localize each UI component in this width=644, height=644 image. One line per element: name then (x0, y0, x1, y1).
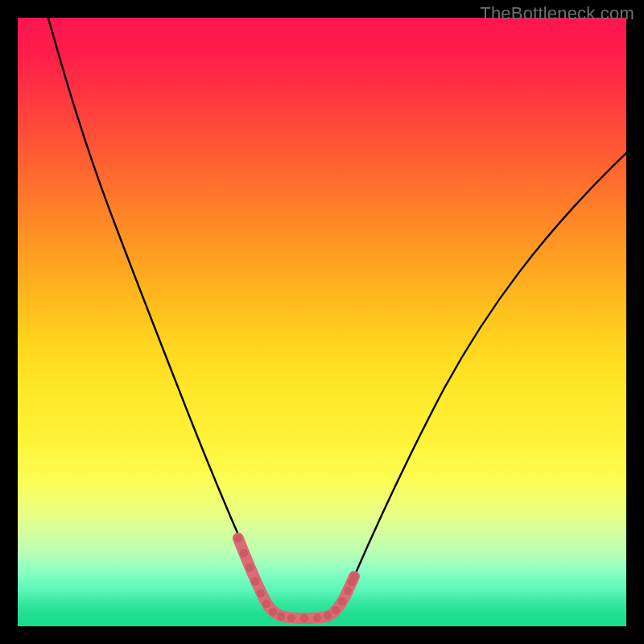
outer-frame: TheBottleneck.com (0, 0, 644, 644)
watermark-text: TheBottleneck.com (480, 3, 634, 24)
best-match-dots (234, 534, 359, 622)
curve-layer (18, 18, 626, 626)
svg-point-14 (344, 587, 352, 595)
svg-point-5 (262, 600, 270, 608)
svg-point-1 (240, 549, 248, 557)
bottleneck-curve (48, 18, 626, 618)
svg-point-2 (246, 564, 254, 572)
svg-point-3 (251, 577, 259, 585)
svg-point-8 (287, 614, 295, 622)
svg-point-16 (350, 572, 358, 580)
svg-point-7 (277, 612, 285, 620)
svg-point-13 (338, 597, 346, 605)
svg-point-9 (300, 614, 308, 622)
svg-point-10 (313, 613, 321, 621)
svg-point-6 (269, 608, 277, 616)
plot-area (18, 18, 626, 626)
svg-point-4 (257, 589, 265, 597)
svg-point-0 (234, 534, 242, 542)
svg-point-12 (332, 606, 340, 614)
svg-point-11 (324, 611, 332, 619)
